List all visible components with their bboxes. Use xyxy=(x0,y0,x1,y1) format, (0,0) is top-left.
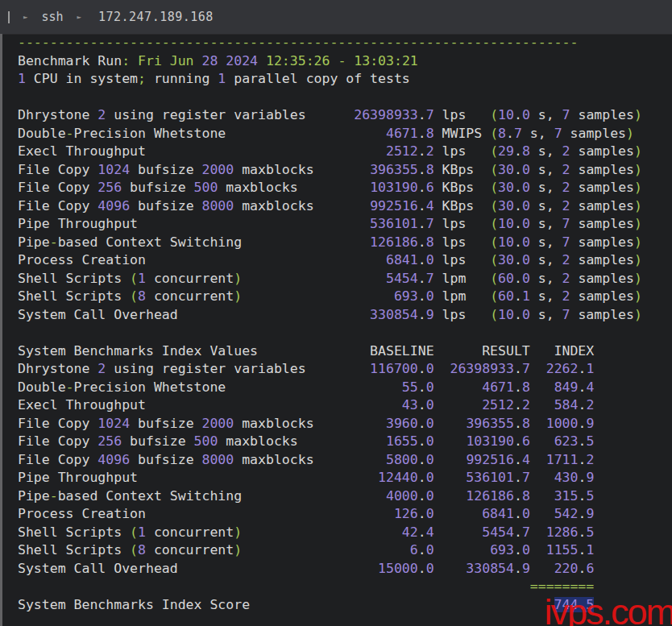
pane-indicator xyxy=(8,11,10,23)
terminal-line: Pipe Throughput 12440.0 536101.7 430.9 xyxy=(18,469,672,487)
terminal-line: Benchmark Run: Fri Jun 28 2024 12:35:26 … xyxy=(18,52,672,71)
terminal-line: File Copy 1024 bufsize 2000 maxblocks 39… xyxy=(18,161,672,180)
terminal-line: File Copy 1024 bufsize 2000 maxblocks 39… xyxy=(18,415,672,433)
terminal-line: Shell Scripts (8 concurrent) 6.0 693.0 1… xyxy=(18,541,672,560)
terminal-line: Pipe-based Context Switching 4000.0 1261… xyxy=(18,487,672,506)
terminal-line: ----------------------------------------… xyxy=(18,34,672,52)
terminal-line: Process Creation 6841.0 lps (30.0 s, 2 s… xyxy=(18,251,672,270)
chevron-right-icon: ► xyxy=(77,14,81,21)
watermark: ivps.com xyxy=(544,591,672,626)
terminal-line xyxy=(18,89,672,107)
terminal-line: Pipe Throughput 536101.7 lps (10.0 s, 7 … xyxy=(18,215,672,234)
tab-host-address[interactable]: 172.247.189.168 xyxy=(98,10,214,24)
terminal-line: System Call Overhead 15000.0 330854.9 22… xyxy=(18,560,672,578)
terminal-line: System Benchmarks Index Values BASELINE … xyxy=(18,342,672,361)
scroll-indicator xyxy=(0,34,2,626)
terminal-line: Shell Scripts (1 concurrent) 42.4 5454.7… xyxy=(18,524,672,542)
terminal-line: Double-Precision Whetstone 55.0 4671.8 8… xyxy=(18,379,672,397)
terminal-line: Process Creation 126.0 6841.0 542.9 xyxy=(18,505,672,524)
terminal-line: File Copy 256 bufsize 500 maxblocks 1031… xyxy=(18,179,672,197)
terminal-line: Shell Scripts (8 concurrent) 693.0 lpm (… xyxy=(18,288,672,306)
terminal-line: Shell Scripts (1 concurrent) 5454.7 lpm … xyxy=(18,270,672,288)
terminal-line xyxy=(18,324,672,342)
terminal-line: Pipe-based Context Switching 126186.8 lp… xyxy=(18,234,672,252)
terminal-tab-bar: ► ssh ► 172.247.189.168 xyxy=(0,0,672,35)
terminal-line: Execl Throughput 2512.2 lps (29.8 s, 2 s… xyxy=(18,143,672,161)
terminal-output[interactable]: ----------------------------------------… xyxy=(0,34,672,626)
terminal-line: Dhrystone 2 using register variables 263… xyxy=(18,106,672,125)
terminal-line: File Copy 4096 bufsize 8000 maxblocks 99… xyxy=(18,197,672,216)
terminal-line: File Copy 256 bufsize 500 maxblocks 1655… xyxy=(18,433,672,451)
tab-session-label[interactable]: ssh xyxy=(41,10,63,24)
chevron-right-icon: ► xyxy=(23,14,27,21)
terminal-line: Execl Throughput 43.0 2512.2 584.2 xyxy=(18,396,672,415)
terminal-line: Dhrystone 2 using register variables 116… xyxy=(18,360,672,379)
terminal-line: 1 CPU in system; running 1 parallel copy… xyxy=(18,70,672,89)
terminal-line: Double-Precision Whetstone 4671.8 MWIPS … xyxy=(18,125,672,143)
terminal-line: File Copy 4096 bufsize 8000 maxblocks 58… xyxy=(18,451,672,470)
terminal-line: System Call Overhead 330854.9 lps (10.0 … xyxy=(18,306,672,325)
